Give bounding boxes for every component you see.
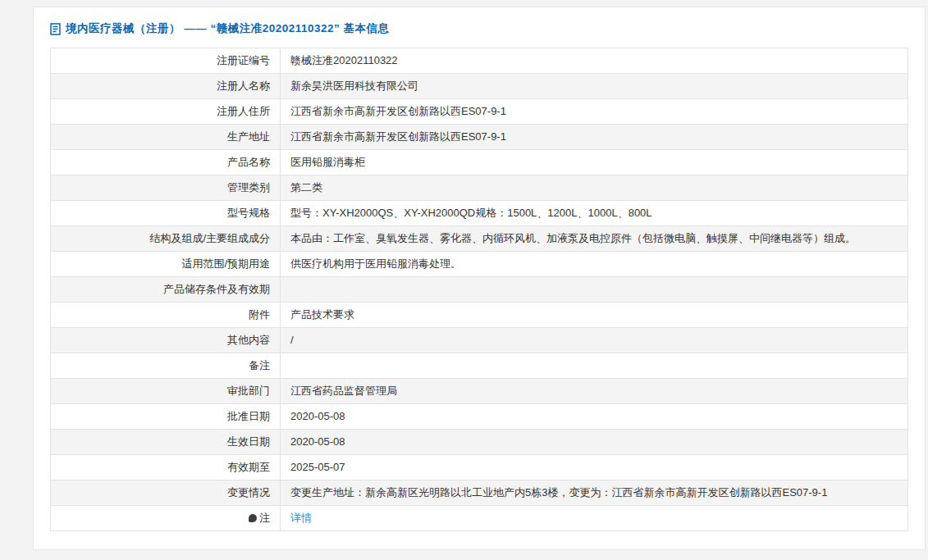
row-label-cell: 产品储存条件及有效期 (51, 277, 281, 303)
row-label-cell: 备注 (51, 353, 281, 379)
table-row: 其他内容/ (51, 328, 908, 353)
row-label: 生效日期 (227, 435, 270, 448)
row-value: 产品技术要求 (290, 308, 354, 321)
row-label: 结构及组成/主要组成成分 (149, 232, 270, 244)
row-label-cell: 注 (51, 506, 281, 531)
row-label: 生产地址 (227, 130, 270, 143)
row-value-cell: 赣械注准20202110322 (281, 48, 908, 74)
table-row: 有效期至2025-05-07 (51, 455, 908, 480)
row-label-cell: 型号规格 (51, 201, 281, 226)
card-header: 境内医疗器械（注册） —— “赣械注准20202110322” 基本信息 (50, 21, 908, 36)
row-value-cell: 供医疗机构用于医用铅服消毒处理。 (281, 252, 908, 277)
table-row: 备注 (51, 353, 908, 379)
table-row: 审批部门江西省药品监督管理局 (51, 379, 908, 404)
row-label-cell: 注册证编号 (51, 48, 281, 74)
row-label: 产品名称 (227, 156, 270, 168)
table-row: 生产地址江西省新余市高新开发区创新路以西ES07-9-1 (51, 125, 908, 150)
row-label: 备注 (249, 359, 270, 371)
row-value-cell: / (281, 328, 908, 353)
row-label-cell: 变更情况 (51, 480, 281, 506)
row-value-cell: 江西省新余市高新开发区创新路以西ES07-9-1 (281, 99, 908, 125)
row-value-cell: 型号：XY-XH2000QS、XY-XH2000QD规格：1500L、1200L… (281, 201, 908, 226)
row-value-cell: 本品由：工作室、臭氧发生器、雾化器、内循环风机、加液泵及电控原件（包括微电脑、触… (281, 226, 908, 252)
row-value: / (290, 334, 294, 346)
table-row: 注册人名称新余昊洪医用科技有限公司 (51, 74, 908, 99)
row-value: 新余昊洪医用科技有限公司 (290, 80, 418, 92)
row-value-cell: 变更生产地址：新余高新区光明路以北工业地产内5栋3楼，变更为：江西省新余市高新开… (281, 480, 908, 506)
info-table-body: 注册证编号赣械注准20202110322注册人名称新余昊洪医用科技有限公司注册人… (51, 48, 908, 531)
row-value: 第二类 (290, 181, 322, 193)
row-value-cell (281, 353, 908, 379)
row-label: 批准日期 (227, 410, 270, 422)
row-value: 2025-05-07 (290, 461, 345, 473)
row-value: 型号：XY-XH2000QS、XY-XH2000QD规格：1500L、1200L… (290, 207, 652, 219)
table-row: 管理类别第二类 (51, 175, 908, 201)
registration-info-card: 境内医疗器械（注册） —— “赣械注准20202110322” 基本信息 注册证… (33, 7, 926, 550)
row-label: 注 (259, 512, 270, 524)
info-table: 注册证编号赣械注准20202110322注册人名称新余昊洪医用科技有限公司注册人… (50, 48, 908, 531)
row-label: 管理类别 (227, 181, 270, 193)
row-label: 产品储存条件及有效期 (163, 283, 270, 295)
note-icon (249, 514, 257, 522)
row-label-cell: 适用范围/预期用途 (51, 252, 281, 277)
row-label: 附件 (249, 308, 270, 321)
row-label: 型号规格 (227, 207, 270, 219)
table-row: 结构及组成/主要组成成分本品由：工作室、臭氧发生器、雾化器、内循环风机、加液泵及… (51, 226, 908, 252)
row-label: 注册人住所 (217, 105, 270, 117)
row-value-cell: 第二类 (281, 175, 908, 201)
row-label: 有效期至 (227, 461, 270, 473)
row-value-cell (281, 277, 908, 303)
row-label-cell: 生效日期 (51, 430, 281, 455)
row-value-cell: 2020-05-08 (281, 430, 908, 455)
table-row: 适用范围/预期用途供医疗机构用于医用铅服消毒处理。 (51, 252, 908, 277)
table-row: 注册证编号赣械注准20202110322 (51, 48, 908, 74)
table-row: 注详情 (51, 506, 908, 531)
table-row: 产品名称医用铅服消毒柜 (51, 150, 908, 175)
row-label-cell: 批准日期 (51, 404, 281, 430)
row-label-cell: 注册人住所 (51, 99, 281, 125)
row-label-cell: 其他内容 (51, 328, 281, 353)
row-value: 2020-05-08 (290, 435, 345, 448)
row-value-cell: 产品技术要求 (281, 303, 908, 328)
table-row: 型号规格型号：XY-XH2000QS、XY-XH2000QD规格：1500L、1… (51, 201, 908, 226)
row-value-cell: 详情 (281, 506, 908, 531)
row-value: 江西省新余市高新开发区创新路以西ES07-9-1 (290, 105, 506, 117)
row-label-cell: 管理类别 (51, 175, 281, 201)
detail-link[interactable]: 详情 (290, 512, 312, 524)
row-label-cell: 审批部门 (51, 379, 281, 404)
table-row: 产品储存条件及有效期 (51, 277, 908, 303)
row-label: 注册人名称 (217, 80, 270, 92)
row-value-cell: 医用铅服消毒柜 (281, 150, 908, 175)
row-label: 注册证编号 (217, 54, 270, 66)
row-value: 本品由：工作室、臭氧发生器、雾化器、内循环风机、加液泵及电控原件（包括微电脑、触… (290, 232, 856, 244)
row-label: 其他内容 (227, 334, 270, 346)
row-value: 赣械注准20202110322 (290, 54, 398, 66)
row-value-cell: 江西省药品监督管理局 (281, 379, 908, 404)
row-label: 变更情况 (227, 486, 270, 499)
table-row: 生效日期2020-05-08 (51, 430, 908, 455)
row-value: 医用铅服消毒柜 (290, 156, 365, 168)
document-icon (50, 23, 61, 35)
row-value-cell: 新余昊洪医用科技有限公司 (281, 74, 908, 99)
page-title: 境内医疗器械（注册） —— “赣械注准20202110322” 基本信息 (66, 21, 390, 36)
row-label-cell: 注册人名称 (51, 74, 281, 99)
page: 境内医疗器械（注册） —— “赣械注准20202110322” 基本信息 注册证… (0, 7, 928, 560)
row-label-cell: 结构及组成/主要组成成分 (51, 226, 281, 252)
row-value-cell: 2025-05-07 (281, 455, 908, 480)
row-label: 适用范围/预期用途 (181, 257, 270, 270)
table-row: 批准日期2020-05-08 (51, 404, 908, 430)
row-label-cell: 附件 (51, 303, 281, 328)
row-value-cell: 2020-05-08 (281, 404, 908, 430)
row-label-cell: 产品名称 (51, 150, 281, 175)
row-value-cell: 江西省新余市高新开发区创新路以西ES07-9-1 (281, 125, 908, 150)
row-label-cell: 有效期至 (51, 455, 281, 480)
row-value: 供医疗机构用于医用铅服消毒处理。 (290, 257, 461, 270)
row-value: 变更生产地址：新余高新区光明路以北工业地产内5栋3楼，变更为：江西省新余市高新开… (290, 486, 827, 499)
table-row: 注册人住所江西省新余市高新开发区创新路以西ES07-9-1 (51, 99, 908, 125)
table-row: 附件产品技术要求 (51, 303, 908, 328)
row-value: 江西省药品监督管理局 (290, 385, 397, 397)
table-row: 变更情况变更生产地址：新余高新区光明路以北工业地产内5栋3楼，变更为：江西省新余… (51, 480, 908, 506)
row-value: 江西省新余市高新开发区创新路以西ES07-9-1 (290, 130, 506, 143)
row-label-cell: 生产地址 (51, 125, 281, 150)
row-label: 审批部门 (227, 385, 270, 397)
